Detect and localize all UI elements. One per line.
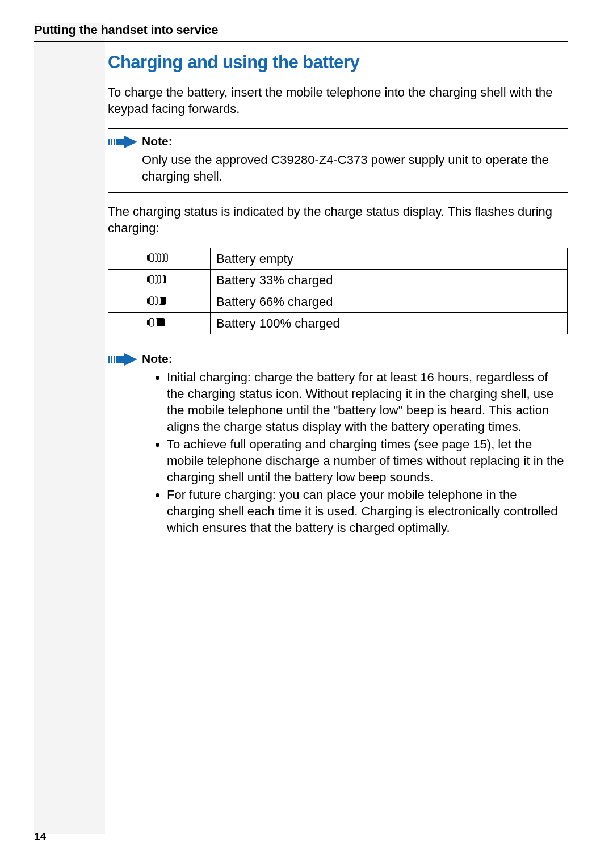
page-header: Putting the handset into service	[34, 23, 568, 42]
note-arrow-icon	[108, 352, 142, 368]
side-margin-bar	[34, 23, 105, 834]
note-block-1: Note: Only use the approved C39280-Z4-C3…	[108, 128, 568, 193]
page-content: Charging and using the battery To charge…	[108, 52, 568, 546]
svg-rect-10	[149, 297, 154, 305]
note-label: Note:	[142, 135, 568, 148]
table-row: Battery 100% charged	[108, 313, 568, 334]
note-bullet: For future charging: you can place your …	[167, 487, 568, 536]
page-number: 14	[34, 831, 46, 843]
battery-empty-icon	[108, 248, 211, 270]
note-bullet: Initial charging: charge the battery for…	[167, 369, 568, 435]
svg-rect-15	[114, 356, 115, 363]
svg-rect-14	[111, 356, 112, 363]
status-intro-paragraph: The charging status is indicated by the …	[108, 203, 568, 236]
note-text: Only use the approved C39280-Z4-C373 pow…	[142, 152, 568, 184]
svg-rect-1	[111, 139, 112, 145]
svg-rect-12	[149, 318, 154, 326]
note-arrow-icon	[108, 135, 142, 150]
section-heading: Charging and using the battery	[108, 52, 568, 73]
battery-33-icon	[108, 270, 211, 291]
svg-rect-16	[116, 356, 124, 363]
battery-100-icon	[108, 313, 211, 334]
battery-status-label: Battery empty	[211, 248, 568, 270]
battery-status-table: Battery empty Battery 33% charged	[108, 248, 568, 334]
table-row: Battery 33% charged	[108, 270, 568, 291]
battery-66-icon	[108, 291, 211, 313]
battery-status-label: Battery 33% charged	[211, 270, 568, 291]
note-block-2: Note: Initial charging: charge the batte…	[108, 346, 568, 546]
note-label: Note:	[142, 352, 568, 366]
svg-rect-3	[116, 139, 124, 145]
intro-paragraph: To charge the battery, insert the mobile…	[108, 84, 568, 117]
svg-rect-6	[149, 254, 154, 262]
battery-status-label: Battery 100% charged	[211, 313, 568, 334]
svg-marker-17	[124, 353, 137, 366]
svg-marker-4	[124, 136, 137, 148]
running-head: Putting the handset into service	[34, 23, 568, 37]
note-bullet-list: Initial charging: charge the battery for…	[142, 369, 568, 536]
svg-rect-2	[114, 139, 115, 145]
svg-rect-0	[108, 139, 110, 145]
document-page: Putting the handset into service Chargin…	[0, 0, 613, 868]
note-bullet: To achieve full operating and charging t…	[167, 436, 568, 485]
table-row: Battery empty	[108, 248, 568, 270]
svg-rect-13	[108, 356, 110, 363]
header-rule	[34, 41, 568, 42]
table-row: Battery 66% charged	[108, 291, 568, 313]
svg-rect-8	[149, 275, 154, 283]
battery-status-label: Battery 66% charged	[211, 291, 568, 313]
